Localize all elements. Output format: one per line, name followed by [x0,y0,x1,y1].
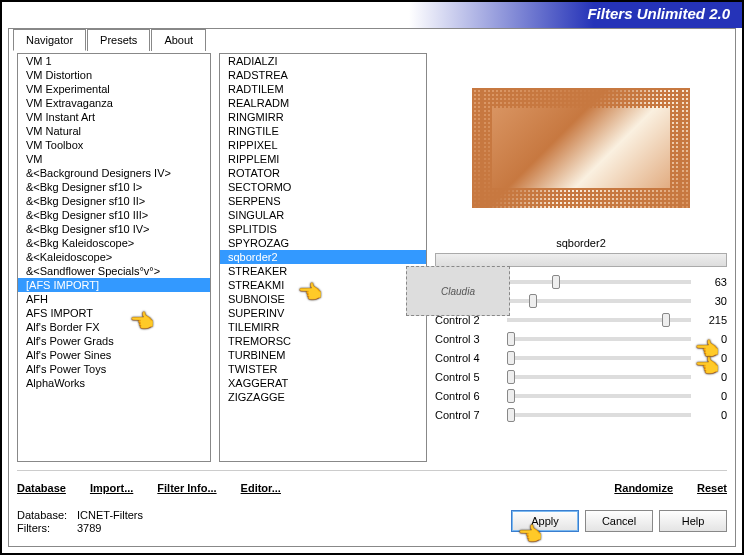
help-button[interactable]: Help [659,510,727,532]
apply-button[interactable]: Apply [511,510,579,532]
control-row: Control 30 [435,330,727,348]
filter-item[interactable]: XAGGERAT [220,376,426,390]
filter-item[interactable]: TWISTER [220,362,426,376]
import-link[interactable]: Import... [90,482,133,494]
slider-thumb[interactable] [507,408,515,422]
category-item[interactable]: &<Bkg Designer sf10 III> [18,208,210,222]
control-slider[interactable] [507,280,691,284]
randomize-link[interactable]: Randomize [614,482,673,494]
category-item[interactable]: VM Instant Art [18,110,210,124]
filter-item[interactable]: RINGMIRR [220,110,426,124]
filter-item[interactable]: ROTATOR [220,166,426,180]
columns: VM 1VM DistortionVM ExperimentalVM Extra… [17,53,727,462]
category-item[interactable]: &<Bkg Designer sf10 II> [18,194,210,208]
filter-item[interactable]: SPLITDIS [220,222,426,236]
control-value: 0 [699,371,727,383]
control-slider[interactable] [507,375,691,379]
control-value: 0 [699,352,727,364]
category-item[interactable]: [AFS IMPORT] [18,278,210,292]
footer-info: Database: ICNET-Filters Filters: 3789 [17,509,143,534]
filter-item[interactable]: STREAKMI [220,278,426,292]
filter-info-link[interactable]: Filter Info... [157,482,216,494]
control-row: Control 60 [435,387,727,405]
category-item[interactable]: VM Natural [18,124,210,138]
filter-item[interactable]: RINGTILE [220,124,426,138]
control-slider[interactable] [507,356,691,360]
progress-bar [435,253,727,267]
category-item[interactable]: Alf's Power Grads [18,334,210,348]
database-link[interactable]: Database [17,482,66,494]
category-item[interactable]: &<Kaleidoscope> [18,250,210,264]
category-item[interactable]: Alf's Power Sines [18,348,210,362]
control-value: 0 [699,390,727,402]
category-item[interactable]: &<Background Designers IV> [18,166,210,180]
category-item[interactable]: VM Toolbox [18,138,210,152]
control-value: 63 [699,276,727,288]
filter-item[interactable]: RADTILEM [220,82,426,96]
category-item[interactable]: Alf's Power Toys [18,362,210,376]
control-slider[interactable] [507,413,691,417]
category-item[interactable]: VM [18,152,210,166]
right-column: sqborder2 Control 063Control 130Control … [435,53,727,462]
control-slider[interactable] [507,394,691,398]
slider-thumb[interactable] [662,313,670,327]
category-item[interactable]: &<Bkg Designer sf10 IV> [18,222,210,236]
tab-presets[interactable]: Presets [87,29,150,51]
filter-item[interactable]: TREMORSC [220,334,426,348]
control-label: Control 4 [435,352,499,364]
category-item[interactable]: AlphaWorks [18,376,210,390]
category-item[interactable]: VM Experimental [18,82,210,96]
filter-item[interactable]: RIPPIXEL [220,138,426,152]
filter-item[interactable]: SPYROZAG [220,236,426,250]
tab-strip: NavigatorPresetsAbout [13,28,207,50]
preview-border-pattern [472,88,690,208]
control-value: 30 [699,295,727,307]
cancel-button[interactable]: Cancel [585,510,653,532]
category-item[interactable]: VM Distortion [18,68,210,82]
category-item[interactable]: AFH [18,292,210,306]
filter-item[interactable]: TURBINEM [220,348,426,362]
filter-item[interactable]: SUPERINV [220,306,426,320]
control-slider[interactable] [507,337,691,341]
slider-thumb[interactable] [507,389,515,403]
filter-item[interactable]: REALRADM [220,96,426,110]
filter-item[interactable]: SERPENS [220,194,426,208]
slider-thumb[interactable] [529,294,537,308]
link-button-bar: Database Import... Filter Info... Editor… [17,470,727,498]
tab-about[interactable]: About [151,29,206,51]
reset-link[interactable]: Reset [697,482,727,494]
editor-link[interactable]: Editor... [241,482,281,494]
filter-list[interactable]: RADIALZIRADSTREARADTILEMREALRADMRINGMIRR… [219,53,427,462]
filter-item[interactable]: TILEMIRR [220,320,426,334]
filter-item[interactable]: SECTORMO [220,180,426,194]
category-item[interactable]: VM Extravaganza [18,96,210,110]
category-item[interactable]: &<Sandflower Specials°v°> [18,264,210,278]
button-bar: Database: ICNET-Filters Filters: 3789 Ap… [17,504,727,538]
filter-item[interactable]: RIPPLEMI [220,152,426,166]
category-list[interactable]: VM 1VM DistortionVM ExperimentalVM Extra… [17,53,211,462]
watermark-stamp: Claudia [406,266,510,316]
category-item[interactable]: VM 1 [18,54,210,68]
control-slider[interactable] [507,318,691,322]
control-slider[interactable] [507,299,691,303]
filter-item[interactable]: RADSTREA [220,68,426,82]
filter-item[interactable]: RADIALZI [220,54,426,68]
filter-item[interactable]: ZIGZAGGE [220,390,426,404]
category-item[interactable]: Alf's Border FX [18,320,210,334]
control-label: Control 7 [435,409,499,421]
preview-area [435,53,727,243]
slider-thumb[interactable] [507,370,515,384]
slider-thumb[interactable] [507,351,515,365]
slider-thumb[interactable] [507,332,515,346]
filter-item[interactable]: sqborder2 [220,250,426,264]
category-item[interactable]: AFS IMPORT [18,306,210,320]
filter-item[interactable]: STREAKER [220,264,426,278]
filter-item[interactable]: SINGULAR [220,208,426,222]
slider-thumb[interactable] [552,275,560,289]
tab-navigator[interactable]: Navigator [13,29,86,51]
category-item[interactable]: &<Bkg Designer sf10 I> [18,180,210,194]
control-row: Control 40 [435,349,727,367]
filter-item[interactable]: SUBNOISE [220,292,426,306]
filter-preview [472,88,690,208]
category-item[interactable]: &<Bkg Kaleidoscope> [18,236,210,250]
